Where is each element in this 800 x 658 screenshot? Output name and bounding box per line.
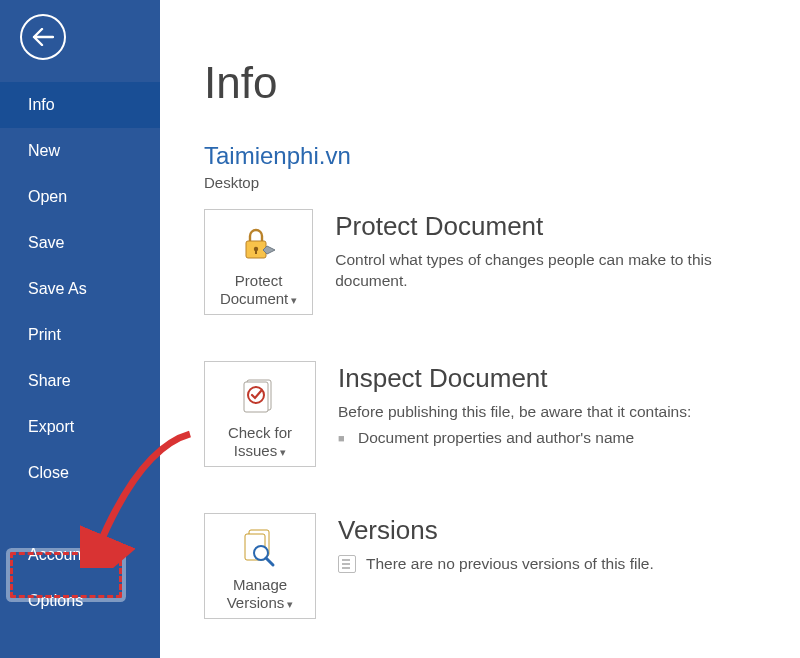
- sidebar-item-label: Print: [28, 326, 61, 343]
- tile-label-line1: Manage: [233, 576, 287, 593]
- tile-label-line2: Issues: [234, 442, 286, 459]
- sidebar-item-print[interactable]: Print: [0, 312, 160, 358]
- back-button[interactable]: [20, 14, 66, 60]
- protect-heading: Protect Document: [335, 211, 776, 242]
- sidebar-item-info[interactable]: Info: [0, 82, 160, 128]
- inspect-heading: Inspect Document: [338, 363, 691, 394]
- inspect-bullets: Document properties and author's name: [338, 429, 691, 447]
- sidebar-item-open[interactable]: Open: [0, 174, 160, 220]
- manage-versions-button[interactable]: ManageVersions: [204, 513, 316, 619]
- versions-section: ManageVersions Versions There are no pre…: [204, 513, 776, 619]
- lock-icon: [239, 224, 279, 264]
- sidebar-item-label: Save: [28, 234, 64, 251]
- sidebar-item-label: Open: [28, 188, 67, 205]
- inspect-section: Check forIssues Inspect Document Before …: [204, 361, 776, 467]
- protect-section: ProtectDocument Protect Document Control…: [204, 209, 776, 315]
- sidebar-item-close[interactable]: Close: [0, 450, 160, 496]
- sidebar-item-label: Export: [28, 418, 74, 435]
- sidebar-item-label: Share: [28, 372, 71, 389]
- document-icon: [338, 555, 356, 573]
- sidebar-item-label: Save As: [28, 280, 87, 297]
- main-content: Info Taimienphi.vn Desktop ProtectDocume…: [160, 0, 800, 658]
- tile-label-line1: Protect: [235, 272, 283, 289]
- sidebar-item-save-as[interactable]: Save As: [0, 266, 160, 312]
- document-search-icon: [239, 527, 281, 569]
- tile-label-line1: Check for: [228, 424, 292, 441]
- tile-label-line2: Versions: [227, 594, 294, 611]
- sidebar-item-label: Account: [28, 546, 86, 563]
- sidebar-item-export[interactable]: Export: [0, 404, 160, 450]
- inspect-bullet: Document properties and author's name: [338, 429, 691, 447]
- sidebar-item-account[interactable]: Account: [0, 532, 160, 578]
- sidebar-item-label: Options: [28, 592, 83, 609]
- tile-label-line2: Document: [220, 290, 297, 307]
- versions-heading: Versions: [338, 515, 654, 546]
- versions-description: There are no previous versions of this f…: [366, 554, 654, 575]
- protect-document-button[interactable]: ProtectDocument: [204, 209, 313, 315]
- sidebar-separator: [0, 496, 160, 532]
- sidebar-item-options[interactable]: Options: [0, 578, 160, 624]
- checklist-icon: [240, 376, 280, 416]
- sidebar-item-share[interactable]: Share: [0, 358, 160, 404]
- sidebar: Info New Open Save Save As Print Share E…: [0, 0, 160, 658]
- inspect-description: Before publishing this file, be aware th…: [338, 402, 691, 423]
- sidebar-item-label: New: [28, 142, 60, 159]
- page-title: Info: [204, 58, 776, 108]
- check-issues-button[interactable]: Check forIssues: [204, 361, 316, 467]
- document-title: Taimienphi.vn: [204, 142, 776, 170]
- sidebar-item-new[interactable]: New: [0, 128, 160, 174]
- arrow-left-icon: [32, 28, 54, 46]
- svg-rect-2: [255, 249, 257, 254]
- sidebar-item-label: Close: [28, 464, 69, 481]
- sidebar-item-save[interactable]: Save: [0, 220, 160, 266]
- sidebar-item-label: Info: [28, 96, 55, 113]
- protect-description: Control what types of changes people can…: [335, 250, 776, 292]
- document-location: Desktop: [204, 174, 776, 191]
